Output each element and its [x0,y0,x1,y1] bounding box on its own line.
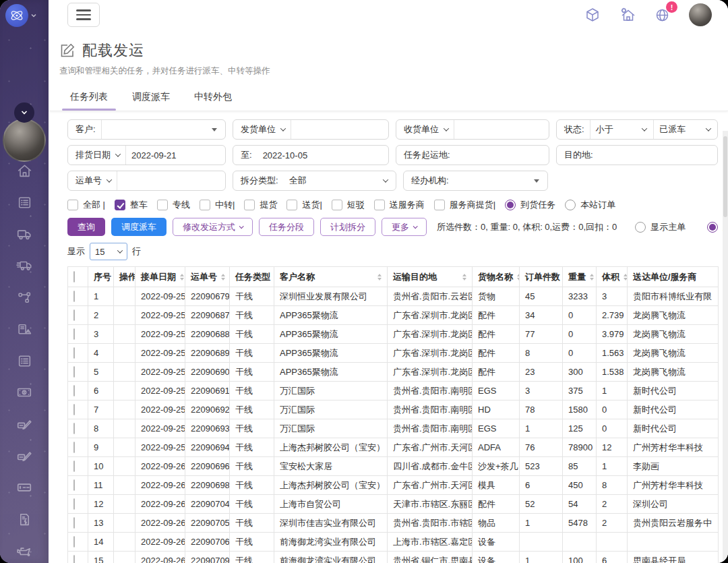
col-header-type[interactable]: 任务类型 [230,267,274,287]
checkbox-icon[interactable] [332,200,342,210]
page-size-select[interactable]: 15 [90,243,127,260]
destination-input[interactable]: 目的地: [556,145,718,165]
row-checkbox[interactable] [73,461,75,472]
type-checkbox-7[interactable]: 短驳 [332,199,365,211]
home-icon[interactable] [16,162,33,179]
split-type-select[interactable]: 拆分类型: 全部 [233,171,396,191]
date-to-input[interactable]: 至: 2022-10-05 [233,145,389,165]
type-checkbox-8[interactable]: 送服务商 [374,199,425,211]
row-checkbox[interactable] [73,442,75,453]
checkbox-icon[interactable] [434,200,445,210]
sort-icon[interactable] [560,274,563,280]
query-button[interactable]: 查询 [67,218,105,236]
origin-input[interactable]: 任务起运地: [396,145,549,165]
type-checkbox-5[interactable]: 提货 [244,199,277,211]
menu-toggle-button[interactable] [67,3,100,27]
tab-1[interactable]: 任务列表 [59,85,119,111]
user-avatar[interactable] [3,119,46,162]
modify-ship-mode-button[interactable]: 修改发运方式 [173,218,253,236]
invoice-dollar-icon[interactable] [16,510,33,528]
checkbox-icon[interactable] [286,200,297,210]
type-checkbox-1[interactable]: 全部 | [67,199,105,211]
type-checkbox-2[interactable]: 整车 [115,199,148,211]
truck-icon[interactable] [16,225,33,243]
row-checkbox[interactable] [73,517,75,529]
date-from-input[interactable]: 排货日期 2022-09-21 [67,145,226,165]
sort-icon[interactable] [619,274,628,280]
home-settings-icon[interactable] [619,6,636,24]
banknote-icon[interactable] [16,384,33,401]
checkbox-icon[interactable] [200,200,210,210]
agency-select[interactable]: 经办机构: [403,171,548,191]
order-list-icon[interactable] [16,352,33,369]
app-logo[interactable] [5,4,37,27]
row-checkbox[interactable] [73,498,75,510]
row-checkbox[interactable] [73,385,75,396]
col-header-goods[interactable]: 货物名称 [473,267,520,287]
radio-icon[interactable] [707,222,718,233]
row-checkbox[interactable] [73,479,75,491]
status-value[interactable]: 已派车 [654,123,706,136]
select-all-checkbox[interactable] [73,271,75,283]
radio-icon[interactable] [565,200,576,210]
scrollbar-thumb[interactable] [723,136,727,217]
sign-payment-icon[interactable] [16,415,33,433]
shipper-input[interactable]: 发货单位 [233,119,389,140]
col-header-vol[interactable]: 体积 [597,267,628,287]
task-source-radio-1[interactable]: 到货任务 [505,199,555,211]
col-header-weight[interactable]: 重量 [563,267,597,287]
sort-icon[interactable] [373,274,382,280]
truck-fast-icon[interactable] [16,257,33,274]
row-checkbox[interactable] [73,347,75,359]
checkbox-icon[interactable] [67,200,78,210]
row-checkbox[interactable] [73,328,75,340]
col-header-customer[interactable]: 客户名称 [274,267,388,287]
row-checkbox[interactable] [73,423,75,434]
col-header-waybill[interactable]: 运单号 [185,267,230,287]
col-header-dest[interactable]: 运输目的地 [388,267,473,287]
dispatch-button[interactable]: 调度派车 [111,218,166,236]
receiver-input[interactable]: 收货单位 [396,119,549,140]
route-nodes-icon[interactable] [16,289,33,306]
sidebar-collapse-button[interactable] [14,102,34,123]
sort-icon[interactable] [217,274,225,280]
row-checkbox[interactable] [73,536,75,547]
task-list-icon[interactable] [16,194,33,211]
waybill-input[interactable]: 运单号 [67,171,226,191]
cube-icon[interactable] [584,6,601,24]
radio-icon[interactable] [505,200,516,210]
globe-alert-icon[interactable]: ! [654,6,671,24]
radio-icon[interactable] [635,222,646,233]
status-operator[interactable]: 小于 [590,123,643,136]
checkbox-icon[interactable] [244,200,255,210]
tab-2[interactable]: 调度派车 [121,85,181,111]
col-header-date[interactable]: 接单日期 [135,267,185,287]
scrollbar[interactable] [723,131,728,563]
customer-select[interactable]: 客户: [67,119,226,140]
col-header-qty[interactable]: 订单件数 [520,267,563,287]
type-checkbox-6[interactable]: 送货| [286,199,322,211]
display-mode-radio-1[interactable]: 显示主单 [635,221,686,233]
more-button[interactable]: 更多 [382,218,427,236]
plan-split-button[interactable]: 计划拆分 [320,218,375,236]
sign-payment-2-icon[interactable] [16,447,33,465]
type-checkbox-3[interactable]: 专线 [157,199,190,211]
card-warning-icon[interactable] [16,320,33,338]
checkbox-icon[interactable] [374,200,385,210]
row-checkbox[interactable] [73,366,75,378]
oil-can-icon[interactable] [16,542,33,560]
row-checkbox[interactable] [73,555,75,563]
row-checkbox[interactable] [73,291,75,302]
row-checkbox[interactable] [73,404,75,415]
row-checkbox[interactable] [73,309,75,321]
checkbox-icon[interactable] [115,200,125,210]
tab-3[interactable]: 中转外包 [183,85,243,111]
sort-icon[interactable] [176,274,184,280]
task-source-radio-2[interactable]: 本站订单 [565,199,615,211]
task-segment-button[interactable]: 任务分段 [259,218,314,236]
status-filter[interactable]: 状态: 小于 已派车 [556,119,718,140]
sort-icon[interactable] [586,274,594,280]
sort-icon[interactable] [458,274,466,280]
cheque-icon[interactable] [16,479,33,496]
type-checkbox-4[interactable]: 中转| [200,199,235,211]
